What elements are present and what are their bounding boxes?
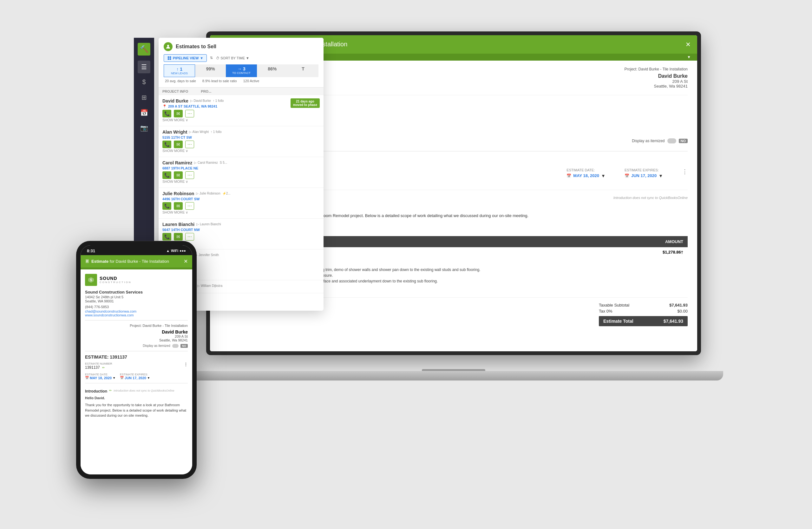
client-address2: Seattle, Wa 98241 bbox=[625, 84, 688, 88]
phone-logo-row: S SOUND CONSTRUCTION bbox=[85, 274, 188, 286]
estimate-expires-field: Estimate Expires: 📅 JUN 17, 2020 ▼ bbox=[625, 168, 663, 178]
show-more-link[interactable]: SHOW MORE ∨ bbox=[162, 210, 320, 215]
phone-logo-construction: CONSTRUCTION bbox=[100, 281, 131, 284]
calendar-icon-expires: 📅 bbox=[625, 174, 629, 178]
more-options-button[interactable]: ⋮ bbox=[682, 168, 688, 175]
phone-date-fields: Estimate Date: 📅 MAY 18, 2020 ▼ Estimate… bbox=[85, 373, 188, 380]
estimate-date-label: Estimate Date: bbox=[566, 168, 606, 172]
lead-name: David Burke bbox=[162, 98, 188, 103]
phone-time: 8:31 bbox=[87, 248, 95, 253]
phone-toggle[interactable] bbox=[172, 344, 178, 348]
lead-email-button[interactable]: ✉ bbox=[174, 233, 183, 241]
list-item: David Burke ▷ David Burke ↑ 1 follo 📍 20… bbox=[159, 95, 323, 126]
phone-date-value[interactable]: MAY 18, 2020 bbox=[90, 376, 112, 380]
lead-actions: 📞 ✉ ⋯ bbox=[162, 141, 320, 148]
lead-tag: ▷ David Burke bbox=[190, 99, 211, 102]
sort-button[interactable]: ⇅ bbox=[210, 56, 213, 60]
tax-row: Tax 0% $0.00 bbox=[599, 309, 688, 314]
estimate-date-value[interactable]: MAY 18, 2020 bbox=[573, 173, 599, 178]
phone-client-addr2: Seattle, Wa 98241 bbox=[85, 338, 188, 342]
phone-divider-2 bbox=[85, 351, 188, 351]
phone-email[interactable]: chad@soundconstructionwa.com bbox=[85, 310, 188, 313]
lead-tag: ▷ Lauren Bianchi bbox=[196, 223, 221, 226]
phone-website[interactable]: www.soundconstructionwa.com bbox=[85, 313, 188, 317]
lead-phone-button[interactable]: 📞 bbox=[162, 233, 171, 241]
sort-time-button[interactable]: ⏱ SORT BY TIME ▼ bbox=[216, 56, 249, 60]
lead-phone-number: S 5... bbox=[220, 161, 227, 165]
phone-addr1: 14042 Se 248th pl Unit 5 bbox=[85, 295, 188, 299]
lead-address: 4496 16TH COURT SW bbox=[162, 197, 200, 201]
lead-email-button[interactable]: ✉ bbox=[174, 141, 183, 148]
lead-more-button[interactable]: ⋯ bbox=[185, 141, 194, 148]
lead-phase-badge: 21 days ago moved to phase bbox=[291, 98, 320, 108]
phone-project-info: Project: David Burke - Tile Installation bbox=[85, 324, 188, 328]
sidebar-item-home[interactable]: ☰ bbox=[137, 61, 150, 73]
estimate-date-field: Estimate Date: 📅 MAY 18, 2020 ▼ bbox=[566, 168, 606, 178]
lead-more-button[interactable]: ⋯ bbox=[185, 233, 194, 241]
col-project-info: PROJECT INFO bbox=[162, 89, 188, 93]
svg-point-1 bbox=[168, 56, 169, 58]
close-icon[interactable]: ✕ bbox=[685, 41, 691, 48]
avg-days-stat: 20 avg. days to sale bbox=[165, 79, 196, 83]
lead-followers: ↑ 1 follo bbox=[211, 130, 221, 133]
lead-phone-button[interactable]: 📞 bbox=[162, 110, 171, 117]
phone-logo-sound: SOUND bbox=[100, 276, 131, 281]
sidebar-item-calendar[interactable]: 📅 bbox=[137, 106, 150, 119]
show-more-link[interactable]: SHOW MORE ∨ bbox=[162, 148, 320, 154]
sidebar-item-grid[interactable]: ⊞ bbox=[137, 91, 150, 104]
sidebar-item-money[interactable]: $ bbox=[137, 76, 150, 88]
stage-to-contact[interactable]: → 3 TO CONTACT bbox=[226, 65, 257, 77]
phone-expires-value[interactable]: JUN 17, 2020 bbox=[125, 376, 146, 380]
lead-phone-button[interactable]: 📞 bbox=[162, 202, 171, 210]
stage-new-leads[interactable]: ↑ 1 NEW LEADS bbox=[164, 65, 195, 77]
list-item: Carol Ramirez ▷ Carol Ramirez S 5... 688… bbox=[159, 157, 323, 188]
stage-pct2: 86% bbox=[257, 65, 288, 77]
show-more-link[interactable]: SHOW MORE ∨ bbox=[162, 117, 320, 123]
phone-intro-edit-icon[interactable]: ✏ bbox=[109, 389, 112, 392]
phone-body: 8:31 ▲ WiFi ●●● bbox=[76, 241, 197, 479]
lead-actions: 📞 ✉ ⋯ bbox=[162, 233, 320, 241]
phone-cal-icon-expires: 📅 bbox=[120, 376, 124, 380]
lead-actions: 📞 ✉ ⋯ bbox=[162, 110, 320, 117]
display-itemized-label: Display as itemized bbox=[632, 139, 665, 143]
lead-phone-button[interactable]: 📞 bbox=[162, 141, 171, 148]
list-panel-controls: PIPELINE VIEW ▼ ⇅ ⏱ SORT BY TIME ▼ bbox=[164, 54, 318, 62]
phone-phone: (844) 776-5853 bbox=[85, 305, 188, 309]
lead-tag: ▷ Jennifer Smith bbox=[195, 253, 219, 257]
lead-phone-button[interactable]: 📞 bbox=[162, 171, 171, 179]
phone-logo-text: SOUND CONSTRUCTION bbox=[100, 276, 131, 284]
lead-more-button[interactable]: ⋯ bbox=[185, 171, 194, 179]
phone-intro-body: Thank you for the opportunity to take a … bbox=[85, 402, 188, 418]
phone-estimate-meta: Estimate Number 1391137 ✏ ⋮ bbox=[85, 362, 188, 370]
list-panel-icon bbox=[164, 42, 173, 51]
pipeline-view-button[interactable]: PIPELINE VIEW ▼ bbox=[164, 54, 207, 62]
lead-more-button[interactable]: ⋯ bbox=[185, 202, 194, 210]
stats-row: 20 avg. days to sale 8.9% lead to sale r… bbox=[164, 77, 318, 85]
lead-email-button[interactable]: ✉ bbox=[174, 110, 183, 117]
lead-name: Lauren Bianchi bbox=[162, 222, 194, 227]
list-panel-header: Estimates to Sell PIPELINE VIEW ▼ ⇅ ⏱ SO… bbox=[159, 38, 323, 88]
client-address1: 209 A St bbox=[625, 79, 688, 84]
phone-more-options[interactable]: ⋮ bbox=[184, 362, 188, 367]
lead-email-button[interactable]: ✉ bbox=[174, 202, 183, 210]
phone-client-addr1: 209 A St bbox=[85, 334, 188, 338]
phone-client-name: David Burke bbox=[85, 329, 188, 334]
phone-intro-header: Introduction ✏ Introduction does not syn… bbox=[85, 387, 188, 395]
estimate-expires-value[interactable]: JUN 17, 2020 bbox=[631, 173, 656, 178]
phone-doc-icon bbox=[85, 259, 89, 263]
lead-more-button[interactable]: ⋯ bbox=[185, 110, 194, 117]
phone-number-edit[interactable]: ✏ bbox=[102, 366, 105, 369]
phone-company-name: Sound Construction Services bbox=[85, 290, 188, 295]
itemized-toggle[interactable] bbox=[667, 138, 676, 143]
svg-point-2 bbox=[170, 56, 171, 58]
stage-more[interactable]: T bbox=[288, 65, 318, 77]
estimate-expires-label: Estimate Expires: bbox=[625, 168, 663, 172]
phone-content[interactable]: S SOUND CONSTRUCTION Sound Construction … bbox=[81, 269, 192, 474]
lead-email-button[interactable]: ✉ bbox=[174, 171, 183, 179]
phone-close-button[interactable]: ✕ bbox=[184, 258, 188, 264]
phone-cal-icon-date: 📅 bbox=[85, 376, 89, 380]
phone-divider-3 bbox=[85, 383, 188, 383]
show-more-link[interactable]: SHOW MORE ∨ bbox=[162, 179, 320, 184]
lead-name: Alan Wright bbox=[162, 129, 187, 134]
sidebar-item-camera[interactable]: 📷 bbox=[137, 121, 150, 134]
